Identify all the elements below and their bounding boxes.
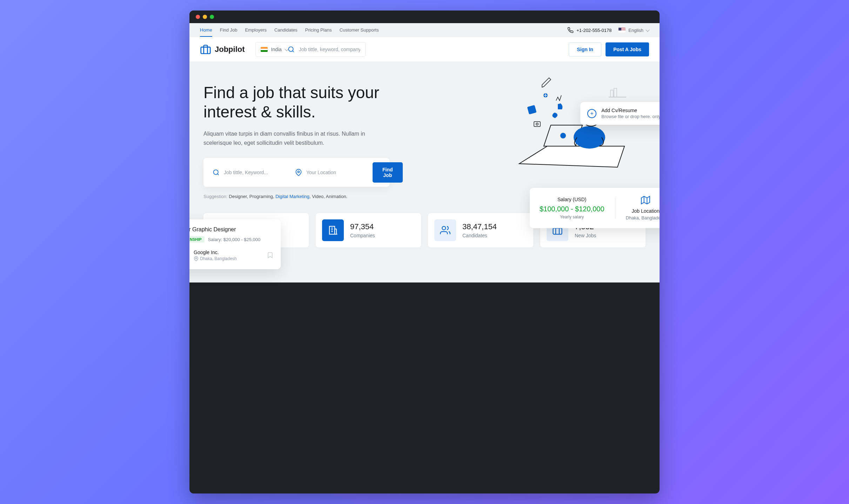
stat-label: Candidates (462, 233, 497, 238)
location-label: Job Location (626, 208, 660, 214)
search-icon (213, 169, 220, 176)
header-search-input[interactable] (299, 47, 360, 52)
location-value: Dhaka, Bangladesh (626, 215, 660, 220)
svg-rect-18 (614, 88, 617, 97)
svg-point-3 (214, 170, 218, 174)
stat-card-companies: 97,354 Companies (316, 213, 421, 247)
svg-point-29 (442, 226, 446, 230)
logo-text: Jobpilot (215, 45, 245, 54)
pin-icon (194, 256, 199, 261)
phone-text: +1-202-555-0178 (576, 28, 611, 33)
map-icon (641, 196, 650, 205)
svg-point-5 (298, 171, 300, 172)
salary-location-card: Salary (USD) $100,000 - $120,000 Yearly … (530, 188, 660, 228)
nav-home[interactable]: Home (200, 24, 212, 37)
india-flag-icon (261, 47, 268, 52)
close-window-dot[interactable] (196, 15, 200, 19)
svg-rect-13 (527, 105, 537, 115)
hero-illustration (516, 76, 628, 174)
salary-value: $100,000 - $120,000 (540, 205, 604, 213)
location-input[interactable] (306, 170, 368, 175)
nav-support[interactable]: Customer Supports (340, 24, 379, 37)
resume-card-subtitle: Browse file or drop here. only pdf (601, 114, 660, 119)
svg-point-34 (195, 258, 197, 259)
salary-label: Salary (USD) (540, 197, 604, 202)
location-icon (295, 169, 302, 176)
users-icon (434, 219, 456, 241)
suggestion-link[interactable]: Digital Marketing (275, 194, 309, 199)
svg-point-7 (574, 126, 605, 149)
stat-value: 38,47,154 (462, 222, 497, 231)
find-job-button[interactable]: Find Job (373, 162, 403, 183)
hero-description: Aliquam vitae turpis in diam convallis f… (203, 129, 393, 147)
salary-sub: Yearly salary (540, 214, 604, 219)
svg-rect-17 (610, 90, 613, 97)
svg-line-4 (218, 173, 219, 175)
browser-chrome (189, 11, 660, 23)
briefcase-icon (200, 44, 211, 55)
svg-line-2 (293, 51, 294, 52)
header-search[interactable] (283, 42, 366, 57)
stat-card-candidates: 38,47,154 Candidates (428, 213, 533, 247)
chevron-down-icon (646, 28, 649, 32)
hero-search-bar: Find Job (203, 158, 389, 187)
svg-marker-31 (641, 196, 650, 204)
plus-circle-icon: + (587, 109, 596, 118)
post-job-button[interactable]: Post A Jobs (606, 42, 649, 56)
logo[interactable]: Jobpilot (200, 44, 245, 55)
search-icon (288, 46, 295, 53)
minimize-window-dot[interactable] (203, 15, 207, 19)
phone-number[interactable]: +1-202-555-0178 (567, 27, 611, 33)
phone-icon (567, 27, 574, 33)
top-nav: Home Find Job Employers Candidates Prici… (189, 23, 660, 37)
job-title-input[interactable] (224, 170, 285, 175)
suggestion-line: Suggestion: Designer, Programing, Digita… (203, 194, 393, 199)
job-title: Junior Graphic Designer (189, 226, 274, 233)
svg-point-6 (560, 133, 566, 138)
stat-label: Companies (350, 233, 375, 238)
job-salary: Salary: $20,000 - $25,000 (208, 237, 261, 242)
language-label: English (628, 28, 643, 33)
company-name: Google Inc. (194, 250, 237, 255)
job-type-badge: INTERNSHIP (189, 236, 205, 243)
svg-rect-0 (201, 47, 210, 54)
company-location: Dhaka, Bangladesh (200, 256, 237, 261)
svg-point-15 (536, 123, 538, 125)
stat-value: 97,354 (350, 222, 375, 231)
sign-in-button[interactable]: Sign In (569, 42, 601, 56)
stat-label: New Jobs (575, 233, 596, 238)
resume-card-title: Add Cv/Resume (601, 108, 660, 113)
main-header: Jobpilot India Sign In Post A Jobs (189, 37, 660, 62)
building-icon (322, 219, 344, 241)
maximize-window-dot[interactable] (210, 15, 214, 19)
job-preview-card[interactable]: Junior Graphic Designer INTERNSHIP Salar… (189, 219, 281, 269)
svg-point-1 (288, 47, 293, 52)
svg-rect-22 (329, 226, 335, 234)
svg-rect-14 (534, 122, 540, 127)
language-select[interactable]: English (619, 28, 649, 33)
resume-upload-card[interactable]: + Add Cv/Resume Browse file or drop here… (580, 102, 660, 125)
bookmark-icon[interactable] (267, 252, 274, 259)
nav-candidates[interactable]: Candidates (274, 24, 298, 37)
svg-rect-30 (553, 228, 562, 234)
nav-pricing[interactable]: Pricing Plans (305, 24, 332, 37)
nav-find-job[interactable]: Find Job (220, 24, 238, 37)
nav-employers[interactable]: Employers (245, 24, 267, 37)
hero-title: Find a job that suits your interest & sk… (203, 83, 393, 122)
us-flag-icon (619, 28, 626, 33)
divider (615, 198, 615, 219)
country-label: India (271, 47, 282, 52)
